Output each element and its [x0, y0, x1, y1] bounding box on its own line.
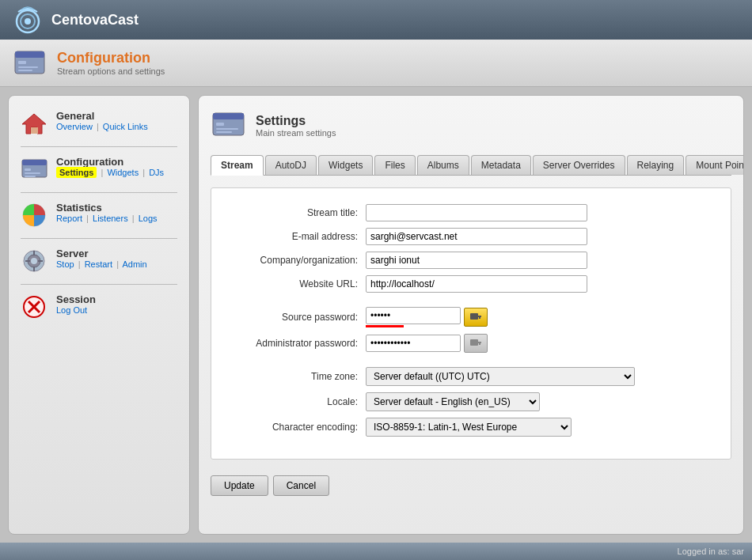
tab-relaying[interactable]: Relaying: [627, 155, 685, 175]
admin-password-generate-button[interactable]: [464, 334, 488, 353]
svg-rect-4: [15, 51, 44, 58]
form-area: Stream title: E-mail address: Company/or…: [211, 187, 731, 460]
stream-title-input[interactable]: [366, 204, 587, 221]
sidebar: General Overview | Quick Links Configura…: [8, 95, 190, 535]
admin-link[interactable]: Admin: [122, 259, 146, 269]
encoding-row: Character encoding: ISO-8859-1: Latin-1,…: [227, 418, 715, 437]
company-input[interactable]: [366, 252, 587, 269]
encoding-select[interactable]: ISO-8859-1: Latin-1, West Europe: [366, 418, 572, 437]
configuration-title: Configuration: [56, 156, 164, 168]
svg-rect-32: [477, 316, 481, 317]
statistics-icon: [21, 202, 48, 229]
tab-mount-points[interactable]: Mount Points: [686, 155, 744, 175]
sidebar-item-statistics[interactable]: Statistics Report | Listeners | Logs: [13, 195, 185, 236]
svg-rect-7: [18, 70, 32, 71]
tab-files[interactable]: Files: [374, 155, 415, 175]
locale-select[interactable]: Server default - English (en_US): [366, 392, 540, 411]
main-layout: General Overview | Quick Links Configura…: [0, 87, 752, 543]
svg-rect-28: [216, 123, 224, 126]
settings-icon: [211, 108, 246, 143]
company-label: Company/organization:: [227, 255, 366, 266]
restart-link[interactable]: Restart: [85, 259, 112, 269]
quicklinks-link[interactable]: Quick Links: [103, 122, 148, 131]
svg-rect-30: [216, 131, 232, 133]
report-link[interactable]: Report: [56, 214, 82, 223]
svg-rect-12: [25, 168, 31, 171]
content-area: Settings Main stream settings Stream Aut…: [198, 95, 744, 535]
update-button[interactable]: Update: [211, 475, 268, 496]
key-gray-icon: [469, 337, 482, 348]
footer-logged-in: Logged in as: sar: [678, 547, 744, 556]
divider-4: [21, 284, 177, 285]
svg-point-18: [31, 258, 37, 264]
locale-row: Locale: Server default - English (en_US): [227, 392, 715, 411]
source-password-group: [366, 307, 488, 327]
tab-metadata[interactable]: Metadata: [471, 155, 531, 175]
svg-rect-29: [216, 128, 238, 130]
general-text: General Overview | Quick Links: [56, 110, 148, 131]
widgets-link[interactable]: Widgets: [107, 168, 139, 177]
stop-link[interactable]: Stop: [56, 259, 74, 269]
statistics-links[interactable]: Report | Listeners | Logs: [56, 214, 158, 223]
stream-title-label: Stream title:: [227, 207, 366, 218]
sidebar-item-general[interactable]: General Overview | Quick Links: [13, 104, 185, 144]
session-text: Session Log Out: [56, 293, 96, 315]
logout-link[interactable]: Log Out: [56, 305, 87, 315]
cancel-button[interactable]: Cancel: [273, 475, 329, 496]
session-links[interactable]: Log Out: [56, 305, 96, 315]
tab-widgets[interactable]: Widgets: [318, 155, 373, 175]
timezone-select[interactable]: Server default ((UTC) UTC): [366, 367, 635, 386]
tab-server-overrides[interactable]: Server Overrides: [533, 155, 625, 175]
top-header: CentovaCast: [0, 0, 752, 40]
page-title: Configuration: [57, 50, 165, 66]
general-links[interactable]: Overview | Quick Links: [56, 122, 148, 131]
source-password-generate-button[interactable]: [464, 308, 488, 327]
tab-autodj[interactable]: AutoDJ: [265, 155, 317, 175]
svg-rect-14: [25, 176, 36, 177]
source-password-strength: [366, 325, 461, 327]
source-password-label: Source password:: [227, 312, 366, 323]
server-links[interactable]: Stop | Restart | Admin: [56, 259, 147, 269]
divider-2: [21, 192, 177, 193]
svg-rect-9: [31, 127, 38, 134]
email-row: E-mail address:: [227, 228, 715, 245]
page-header-text: Configuration Stream options and setting…: [57, 50, 165, 76]
settings-header: Settings Main stream settings: [211, 108, 731, 143]
djs-link[interactable]: DJs: [149, 168, 164, 177]
session-icon: [21, 293, 48, 321]
svg-rect-33: [479, 317, 480, 319]
encoding-label: Character encoding:: [227, 422, 366, 433]
admin-password-input[interactable]: [366, 335, 461, 352]
listeners-link[interactable]: Listeners: [93, 214, 128, 223]
svg-rect-13: [25, 172, 40, 174]
admin-password-label: Administrator password:: [227, 338, 366, 349]
sidebar-item-configuration[interactable]: Configuration Settings | Widgets | DJs: [13, 149, 185, 190]
logs-link[interactable]: Logs: [139, 214, 158, 223]
configuration-icon: [21, 156, 48, 184]
email-label: E-mail address:: [227, 231, 366, 242]
source-password-input[interactable]: [366, 307, 461, 324]
locale-label: Locale:: [227, 396, 366, 407]
admin-password-group: [366, 334, 488, 353]
tab-stream[interactable]: Stream: [211, 155, 264, 176]
tab-albums[interactable]: Albums: [417, 155, 469, 175]
config-page-icon: [12, 45, 47, 81]
divider-1: [21, 146, 177, 147]
stream-title-row: Stream title:: [227, 204, 715, 221]
svg-rect-6: [18, 66, 38, 68]
timezone-row: Time zone: Server default ((UTC) UTC): [227, 367, 715, 386]
settings-title: Settings: [256, 114, 336, 128]
sidebar-item-session[interactable]: Session Log Out: [13, 287, 185, 327]
statistics-title: Statistics: [56, 202, 158, 214]
session-title: Session: [56, 293, 96, 305]
company-row: Company/organization:: [227, 252, 715, 269]
settings-link[interactable]: Settings: [56, 167, 97, 178]
website-input[interactable]: [366, 275, 587, 293]
configuration-links[interactable]: Settings | Widgets | DJs: [56, 168, 164, 177]
svg-rect-35: [477, 342, 481, 343]
email-input[interactable]: [366, 228, 587, 245]
sidebar-item-server[interactable]: Server Stop | Restart | Admin: [13, 241, 185, 282]
overview-link[interactable]: Overview: [56, 122, 93, 131]
admin-password-row: Administrator password:: [227, 334, 715, 353]
server-title: Server: [56, 248, 147, 259]
